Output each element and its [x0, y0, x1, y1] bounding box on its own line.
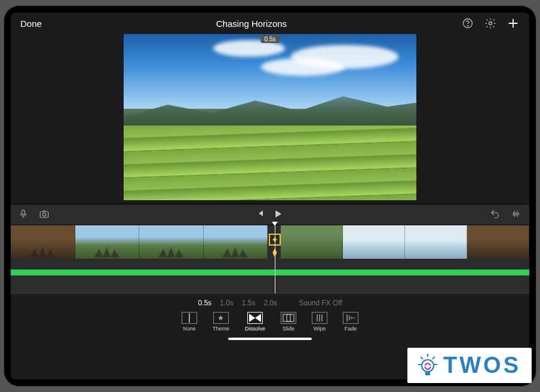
camera-icon[interactable] [38, 209, 50, 220]
transition-toolbar: 0.5s 1.0s 1.5s 2.0s Sound FX Off None ★ … [11, 293, 529, 345]
ipad-frame: Done Chasing Horizons 0.5s [4, 5, 536, 387]
transition-slide-label: Slide [283, 326, 294, 332]
help-icon[interactable] [461, 17, 474, 30]
duration-options: 0.5s 1.0s 1.5s 2.0s Sound FX Off [198, 299, 342, 307]
dissolve-icon [247, 312, 263, 324]
control-bar [11, 204, 529, 225]
plus-icon[interactable] [507, 17, 520, 30]
svg-marker-7 [249, 314, 255, 322]
preview-area: 0.5s [11, 34, 529, 204]
duration-2-0s[interactable]: 2.0s [263, 299, 277, 307]
transition-none[interactable]: None [182, 312, 197, 332]
transition-fade-label: Fade [345, 326, 357, 332]
svg-point-1 [468, 26, 468, 26]
duration-0-5s[interactable]: 0.5s [198, 299, 211, 307]
duration-1-0s[interactable]: 1.0s [220, 299, 234, 307]
undo-icon[interactable] [490, 209, 502, 220]
transition-slide[interactable]: Slide [281, 312, 296, 332]
twos-watermark: TWOS [407, 348, 532, 383]
svg-line-19 [421, 357, 423, 359]
header-bar: Done Chasing Horizons [11, 13, 529, 34]
twos-text: TWOS [443, 353, 521, 378]
transition-fade[interactable]: Fade [343, 312, 358, 332]
fade-icon [343, 312, 358, 324]
svg-rect-24 [425, 372, 430, 375]
playhead[interactable] [275, 225, 275, 293]
sound-fx-toggle[interactable]: Sound FX Off [299, 299, 342, 307]
audio-track-row[interactable] [11, 270, 529, 275]
lightbulb-icon [418, 354, 437, 378]
svg-point-2 [489, 22, 492, 25]
project-title: Chasing Horizons [42, 19, 461, 29]
play-icon[interactable] [272, 209, 284, 220]
waveform-icon[interactable] [510, 209, 522, 220]
transition-wipe-label: Wipe [314, 326, 326, 332]
skip-back-icon[interactable] [256, 209, 268, 220]
svg-marker-8 [255, 314, 261, 322]
done-button[interactable]: Done [20, 19, 42, 29]
clips-row[interactable]: ▲▼ [11, 225, 529, 260]
header-actions [461, 17, 520, 30]
preview-time-badge: 0.5s [261, 35, 280, 43]
home-indicator[interactable] [228, 338, 312, 340]
gear-icon[interactable] [484, 17, 497, 30]
video-preview[interactable]: 0.5s [124, 34, 416, 200]
clip-1[interactable] [11, 225, 268, 259]
transition-types: None ★ Theme Dissolve Slide Wipe [182, 312, 358, 332]
duration-1-5s[interactable]: 1.5s [242, 299, 256, 307]
slide-icon [281, 312, 296, 324]
svg-rect-3 [22, 210, 25, 215]
transition-theme-label: Theme [213, 326, 229, 332]
theme-icon: ★ [213, 312, 229, 324]
svg-rect-4 [40, 212, 48, 218]
none-icon [182, 312, 197, 324]
volume-row [11, 260, 529, 268]
transition-wipe[interactable]: Wipe [312, 312, 327, 332]
transition-dissolve-label: Dissolve [245, 326, 265, 332]
svg-line-20 [432, 357, 435, 359]
clip-2[interactable] [281, 225, 529, 259]
svg-point-5 [42, 213, 45, 216]
microphone-icon[interactable] [18, 209, 30, 220]
timeline[interactable]: ▲▼ [11, 225, 529, 293]
transition-none-label: None [183, 326, 196, 332]
app-screen: Done Chasing Horizons 0.5s [11, 13, 529, 379]
transition-theme[interactable]: ★ Theme [213, 312, 229, 332]
transition-dissolve[interactable]: Dissolve [245, 312, 265, 332]
audio-bar[interactable] [11, 270, 529, 275]
wipe-icon [312, 312, 327, 324]
